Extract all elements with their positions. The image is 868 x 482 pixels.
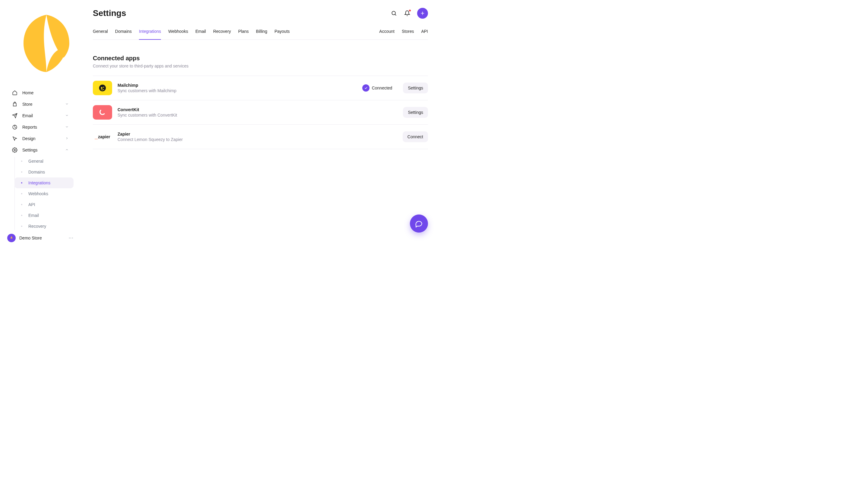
- plus-icon: [420, 10, 425, 16]
- svg-point-1: [14, 150, 16, 151]
- tab-general[interactable]: General: [93, 29, 108, 40]
- chat-icon: [415, 220, 423, 227]
- connected-status: Connected: [362, 84, 393, 92]
- app-info: ConvertKit Sync customers with ConvertKi…: [118, 107, 398, 118]
- bullet-icon: [21, 215, 22, 216]
- store-avatar-icon: [7, 234, 16, 242]
- tab-recovery[interactable]: Recovery: [213, 29, 231, 40]
- app-desc: Sync customers with Mailchimp: [118, 88, 357, 93]
- sidebar-item-store[interactable]: Store: [7, 98, 73, 110]
- sidebar-item-reports[interactable]: Reports: [7, 121, 73, 133]
- bullet-icon: [21, 226, 22, 227]
- app-info: Mailchimp Sync customers with Mailchimp: [118, 83, 357, 93]
- chart-icon: [12, 124, 18, 130]
- more-icon[interactable]: ···: [69, 235, 73, 241]
- tab-email[interactable]: Email: [195, 29, 206, 40]
- top-actions: [391, 8, 428, 19]
- settings-tabs: General Domains Integrations Webhooks Em…: [93, 29, 428, 40]
- subnav-item-domains[interactable]: Domains: [14, 167, 73, 178]
- create-button[interactable]: [417, 8, 428, 19]
- tab-account[interactable]: Account: [379, 29, 395, 40]
- cursor-icon: [12, 136, 18, 141]
- zapier-wordmark: zapier: [98, 134, 110, 139]
- mailchimp-logo-icon: [93, 81, 112, 95]
- sidebar: Home Store Email Reports Design: [0, 0, 81, 245]
- subnav-item-integrations[interactable]: Integrations: [14, 178, 73, 188]
- app-list: Mailchimp Sync customers with Mailchimp …: [93, 75, 428, 149]
- tab-stores[interactable]: Stores: [402, 29, 414, 40]
- subnav-item-general[interactable]: General: [14, 156, 73, 167]
- app-desc: Connect Lemon Squeezy to Zapier: [118, 137, 397, 142]
- zapier-logo-icon: _zapier: [93, 130, 112, 144]
- subnav-label: Integrations: [28, 181, 50, 185]
- tabs-left: General Domains Integrations Webhooks Em…: [93, 29, 290, 39]
- sidebar-item-design[interactable]: Design: [7, 133, 73, 144]
- sidebar-item-label: Email: [22, 113, 33, 118]
- search-button[interactable]: [391, 10, 397, 17]
- app-name: ConvertKit: [118, 107, 398, 112]
- app-row-mailchimp: Mailchimp Sync customers with Mailchimp …: [93, 76, 428, 100]
- subnav-label: API: [28, 202, 35, 207]
- svg-point-5: [103, 87, 104, 88]
- svg-point-2: [392, 11, 396, 15]
- primary-nav: Home Store Email Reports Design: [0, 87, 81, 230]
- app-row-zapier: _zapier Zapier Connect Lemon Squeezy to …: [93, 125, 428, 149]
- svg-point-4: [101, 87, 102, 89]
- tab-billing[interactable]: Billing: [256, 29, 267, 40]
- convertkit-logo-icon: [93, 105, 112, 120]
- chevron-down-icon: [65, 125, 69, 130]
- app-connect-button[interactable]: Connect: [403, 131, 428, 142]
- help-fab[interactable]: [410, 215, 428, 232]
- app-name: Mailchimp: [118, 83, 357, 88]
- sidebar-item-label: Home: [22, 90, 33, 95]
- chevron-up-icon: [65, 148, 69, 153]
- lemon-leaf-icon[interactable]: [12, 74, 81, 78]
- app-settings-button[interactable]: Settings: [403, 83, 428, 93]
- sidebar-item-label: Settings: [22, 148, 38, 153]
- logo-row: [0, 9, 81, 78]
- subnav-label: Domains: [28, 170, 45, 174]
- settings-subnav: General Domains Integrations Webhooks AP…: [14, 156, 73, 230]
- search-icon: [391, 10, 397, 16]
- connected-apps-section: Connected apps Connect your store to thi…: [93, 40, 428, 149]
- subnav-item-recovery[interactable]: Recovery: [14, 221, 73, 230]
- bullet-icon: [21, 204, 22, 205]
- tab-domains[interactable]: Domains: [115, 29, 132, 40]
- app-info: Zapier Connect Lemon Squeezy to Zapier: [118, 132, 397, 142]
- tabs-right: Account Stores API: [379, 29, 428, 39]
- app-settings-button[interactable]: Settings: [403, 107, 428, 118]
- sidebar-item-label: Reports: [22, 125, 37, 130]
- tab-api[interactable]: API: [421, 29, 428, 40]
- app-desc: Sync customers with ConvertKit: [118, 113, 398, 118]
- send-icon: [12, 113, 18, 118]
- tab-webhooks[interactable]: Webhooks: [168, 29, 188, 40]
- tab-payouts[interactable]: Payouts: [275, 29, 290, 40]
- notification-dot-icon: [409, 10, 411, 11]
- subnav-item-email[interactable]: Email: [14, 210, 73, 221]
- bullet-icon: [21, 193, 22, 194]
- subnav-label: Webhooks: [28, 191, 48, 196]
- section-subtitle: Connect your store to third-party apps a…: [93, 64, 428, 68]
- status-label: Connected: [372, 86, 393, 90]
- chevron-down-icon: [65, 102, 69, 107]
- tab-plans[interactable]: Plans: [238, 29, 249, 40]
- home-icon: [12, 90, 18, 96]
- subnav-label: General: [28, 159, 43, 164]
- notifications-button[interactable]: [404, 10, 410, 17]
- bullet-icon: [21, 171, 22, 172]
- section-title: Connected apps: [93, 55, 428, 62]
- tab-integrations[interactable]: Integrations: [139, 29, 161, 40]
- sidebar-item-email[interactable]: Email: [7, 110, 73, 121]
- topbar: Settings: [93, 0, 428, 21]
- chevron-right-icon: [65, 136, 69, 141]
- sidebar-item-home[interactable]: Home: [7, 87, 73, 98]
- subnav-label: Recovery: [28, 224, 46, 229]
- store-switcher[interactable]: Demo Store ···: [0, 230, 81, 245]
- subnav-item-api[interactable]: API: [14, 199, 73, 210]
- subnav-item-webhooks[interactable]: Webhooks: [14, 188, 73, 199]
- subnav-label: Email: [28, 213, 39, 218]
- sidebar-item-settings[interactable]: Settings: [7, 144, 73, 156]
- check-icon: [362, 84, 370, 92]
- main-content: Settings General Domains Integrations: [81, 0, 440, 245]
- app-row-convertkit: ConvertKit Sync customers with ConvertKi…: [93, 100, 428, 125]
